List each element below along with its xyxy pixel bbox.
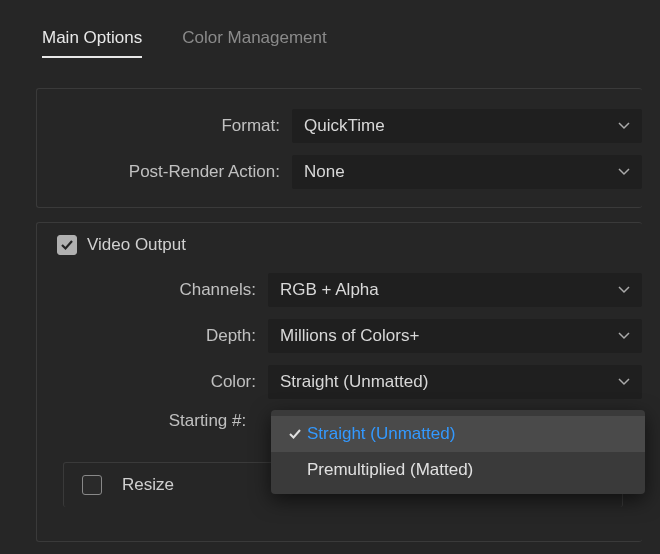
starting-label: Starting #: (37, 411, 258, 431)
check-icon (283, 427, 307, 441)
post-render-label: Post-Render Action: (37, 162, 292, 182)
color-option-straight[interactable]: Straight (Unmatted) (271, 416, 645, 452)
color-select[interactable]: Straight (Unmatted) (268, 365, 642, 399)
tabs-bar: Main Options Color Management (0, 0, 660, 58)
format-label: Format: (37, 116, 292, 136)
color-option-premultiplied-label: Premultiplied (Matted) (307, 460, 473, 480)
post-render-value: None (304, 162, 345, 182)
video-output-panel: Video Output Channels: RGB + Alpha Depth… (36, 222, 642, 542)
channels-row: Channels: RGB + Alpha (37, 273, 642, 307)
video-output-checkbox[interactable] (57, 235, 77, 255)
tab-color-management[interactable]: Color Management (182, 28, 327, 58)
chevron-down-icon (618, 378, 630, 386)
channels-value: RGB + Alpha (280, 280, 379, 300)
color-value: Straight (Unmatted) (280, 372, 428, 392)
color-row: Color: Straight (Unmatted) (37, 365, 642, 399)
format-select[interactable]: QuickTime (292, 109, 642, 143)
channels-select[interactable]: RGB + Alpha (268, 273, 642, 307)
tab-main-options[interactable]: Main Options (42, 28, 142, 58)
channels-label: Channels: (37, 280, 268, 300)
chevron-down-icon (618, 286, 630, 294)
depth-label: Depth: (37, 326, 268, 346)
depth-value: Millions of Colors+ (280, 326, 419, 346)
resize-checkbox[interactable] (82, 475, 102, 495)
color-label: Color: (37, 372, 268, 392)
color-option-premultiplied[interactable]: Premultiplied (Matted) (271, 452, 645, 488)
color-dropdown-menu: Straight (Unmatted) Premultiplied (Matte… (271, 410, 645, 494)
chevron-down-icon (618, 122, 630, 130)
format-value: QuickTime (304, 116, 385, 136)
post-render-select[interactable]: None (292, 155, 642, 189)
depth-select[interactable]: Millions of Colors+ (268, 319, 642, 353)
video-output-checkbox-row: Video Output (37, 235, 642, 255)
video-output-label: Video Output (87, 235, 186, 255)
format-row: Format: QuickTime (37, 109, 642, 143)
post-render-row: Post-Render Action: None (37, 155, 642, 189)
depth-row: Depth: Millions of Colors+ (37, 319, 642, 353)
chevron-down-icon (618, 332, 630, 340)
chevron-down-icon (618, 168, 630, 176)
resize-label: Resize (122, 475, 174, 495)
color-option-straight-label: Straight (Unmatted) (307, 424, 455, 444)
format-panel: Format: QuickTime Post-Render Action: No… (36, 88, 642, 208)
